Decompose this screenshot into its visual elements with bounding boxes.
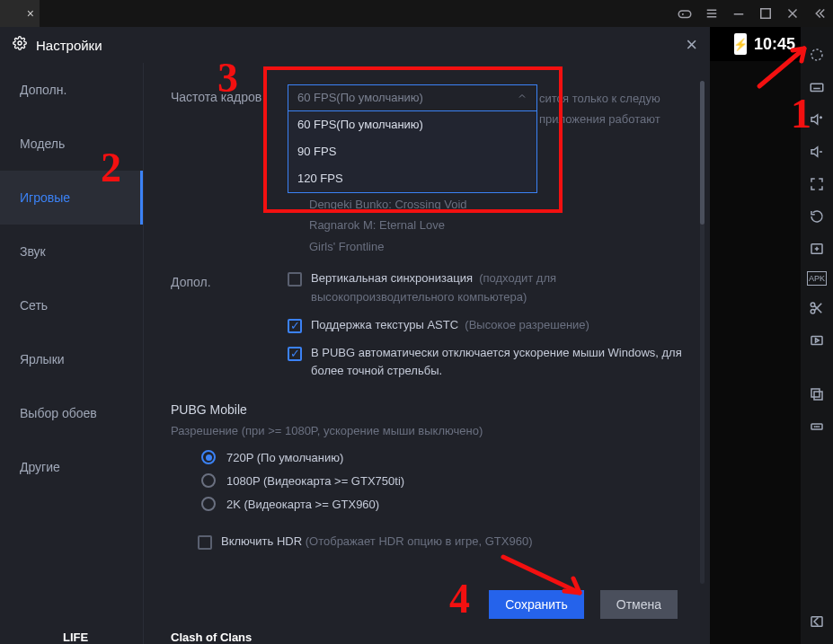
svg-marker-17	[811, 147, 818, 157]
scissors-icon[interactable]	[807, 298, 827, 318]
res-2k-label: 2K (Видеокарта >= GTX960)	[226, 498, 379, 511]
dialog-footer: Сохранить Отмена	[489, 590, 678, 619]
sidebar-item-other[interactable]: Другие	[0, 440, 143, 494]
res-2k-radio[interactable]	[201, 497, 216, 511]
svg-rect-29	[814, 392, 822, 400]
emulator-side-toolbar: APK	[801, 27, 833, 644]
fps-option-120[interactable]: 120 FPS	[288, 165, 536, 192]
fps-note-line-2: приложения работают	[539, 109, 660, 129]
fps-game-3: Girls' Frontline	[309, 236, 683, 257]
close-window-icon[interactable]	[779, 0, 806, 27]
sidebar-item-shortcuts[interactable]: Ярлыки	[0, 332, 143, 386]
sidebar-item-network[interactable]: Сеть	[0, 278, 143, 332]
astc-label: Поддержка текстуры ASTC (Высокое разреше…	[311, 316, 589, 335]
pubg-hint: Разрешение (при >= 1080P, ускорение мыши…	[171, 424, 683, 437]
emulator-topbar: ×	[0, 0, 833, 27]
fps-game-2: Ragnarok M: Eternal Love	[309, 215, 683, 235]
back-icon[interactable]	[807, 612, 827, 631]
volume-down-icon[interactable]	[807, 142, 827, 162]
volume-up-icon[interactable]	[807, 110, 827, 129]
res-1080p-radio[interactable]	[201, 473, 216, 488]
svg-rect-28	[811, 389, 820, 397]
home-app-label-1: LIFE	[63, 631, 88, 644]
res-1080p-label: 1080P (Видеокарта >= GTX750ti)	[226, 474, 404, 488]
sidebar-item-sound[interactable]: Звук	[0, 225, 143, 278]
menu-icon[interactable]	[698, 0, 725, 27]
fullscreen-icon[interactable]	[807, 174, 827, 194]
hdr-label: Включить HDR (Отображает HDR опцию в игр…	[221, 533, 532, 551]
scrollbar-thumb[interactable]	[700, 81, 705, 225]
frame-rate-label: Частота кадров	[171, 84, 288, 257]
pubg-heading: PUBG Mobile	[171, 402, 683, 417]
svg-rect-12	[811, 84, 823, 91]
frame-rate-panel: 60 FPS(По умолчанию) 90 FPS 120 FPS	[288, 111, 537, 193]
svg-rect-26	[811, 337, 822, 345]
fps-note-line-1: сится только к следую	[539, 88, 660, 109]
fps-option-90[interactable]: 90 FPS	[288, 138, 536, 165]
astc-checkbox[interactable]	[288, 319, 302, 333]
settings-sidebar: Дополн. Модель Игровые Звук Сеть Ярлыки …	[0, 63, 144, 644]
svg-marker-14	[811, 115, 818, 125]
vsync-checkbox[interactable]	[288, 272, 302, 287]
res-720p-radio[interactable]	[201, 450, 216, 464]
svg-marker-27	[816, 339, 820, 343]
status-clock: 10:45	[754, 35, 795, 54]
rotate-icon[interactable]	[807, 207, 827, 226]
fps-option-60[interactable]: 60 FPS(По умолчанию)	[288, 111, 536, 138]
hdr-checkbox[interactable]	[198, 535, 212, 550]
svg-point-10	[18, 41, 22, 45]
minimize-icon[interactable]	[725, 0, 752, 27]
svg-point-31	[814, 427, 815, 428]
chevron-up-icon	[517, 87, 527, 108]
sidebar-item-game[interactable]: Игровые	[0, 171, 143, 225]
fps-game-1: Dengeki Bunko: Crossing Void	[309, 194, 683, 215]
battery-charging-icon	[734, 33, 747, 55]
android-status-bar: 10:45	[710, 27, 801, 61]
save-button[interactable]: Сохранить	[489, 590, 584, 619]
multi-instance-icon[interactable]	[807, 384, 827, 404]
add-screenshot-icon[interactable]	[807, 239, 827, 259]
keyboard-icon[interactable]	[807, 77, 827, 97]
sidebar-item-wallpaper[interactable]: Выбор обоев	[0, 386, 143, 440]
pubg-mouse-label: В PUBG автоматически отключается ускорен…	[311, 344, 683, 382]
more-icon[interactable]	[807, 417, 827, 437]
settings-close-icon[interactable]: ×	[686, 33, 697, 57]
sidebar-item-addon[interactable]: Дополн.	[0, 63, 143, 117]
svg-rect-7	[761, 9, 771, 19]
frame-rate-selected: 60 FPS(По умолчанию)	[297, 87, 423, 108]
extra-label: Допол.	[171, 269, 288, 390]
sidebar-item-model[interactable]: Модель	[0, 117, 143, 171]
settings-window: Настройки × Дополн. Модель Игровые Звук …	[0, 27, 710, 644]
vsync-label: Вертикальная синхронизация (подходит для…	[311, 269, 683, 307]
pubg-mouse-checkbox[interactable]	[288, 347, 302, 361]
home-app-label-2: Clash of Clans	[171, 631, 252, 644]
res-720p-label: 720P (По умолчанию)	[226, 451, 343, 464]
gear-icon	[13, 36, 27, 54]
close-tab-icon[interactable]: ×	[27, 6, 34, 21]
svg-point-11	[811, 49, 822, 60]
maximize-icon[interactable]	[752, 0, 779, 27]
collapse-panel-icon[interactable]	[806, 0, 833, 27]
svg-point-33	[819, 427, 820, 428]
record-icon[interactable]	[807, 331, 827, 350]
settings-content: Частота кадров 60 FPS(По умолчанию) 60 F…	[144, 63, 710, 644]
settings-title: Настройки	[36, 38, 686, 53]
svg-rect-0	[678, 11, 691, 18]
frame-rate-dropdown[interactable]: 60 FPS(По умолчанию) 60 FPS(По умолчанию…	[288, 84, 537, 111]
gamepad-icon[interactable]	[671, 0, 698, 27]
frame-rate-trigger[interactable]: 60 FPS(По умолчанию)	[288, 84, 537, 111]
settings-header: Настройки ×	[0, 27, 710, 63]
app-tab[interactable]: ×	[0, 0, 40, 27]
loading-icon[interactable]	[807, 45, 827, 65]
svg-point-32	[817, 427, 818, 428]
cancel-button[interactable]: Отмена	[600, 590, 678, 619]
scrollbar-track[interactable]	[700, 81, 705, 584]
apk-icon[interactable]: APK	[807, 271, 827, 286]
